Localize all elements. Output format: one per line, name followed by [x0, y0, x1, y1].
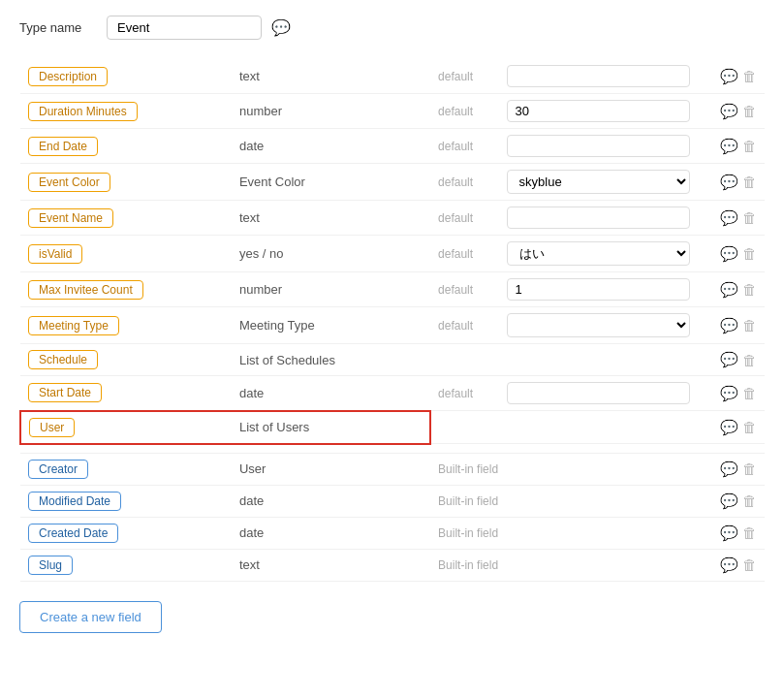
action-icons: 💬🗑: [706, 281, 757, 299]
create-field-section: Create a new field: [19, 582, 765, 633]
comment-icon[interactable]: 💬: [720, 174, 738, 191]
builtin-field-name-tag: Modified Date: [28, 492, 121, 511]
type-name-comment-icon[interactable]: 💬: [271, 18, 291, 37]
comment-icon[interactable]: 💬: [720, 419, 738, 436]
comment-icon[interactable]: 💬: [720, 103, 738, 120]
comment-icon[interactable]: 💬: [720, 461, 738, 478]
field-type: text: [232, 59, 430, 94]
action-icons: 💬🗑: [706, 461, 757, 478]
separator-row: [20, 444, 765, 454]
field-type: number: [232, 272, 430, 307]
field-name-tag: Duration Minutes: [28, 102, 138, 121]
comment-icon[interactable]: 💬: [720, 556, 738, 574]
action-icons: 💬🗑: [706, 556, 757, 574]
table-row: Meeting TypeMeeting Typedefault💬🗑: [20, 307, 765, 344]
comment-icon[interactable]: 💬: [720, 524, 738, 542]
builtin-label: Built-in field: [430, 485, 698, 517]
table-row: Event ColorEvent Colordefaultskyblueredg…: [20, 164, 765, 201]
default-value-input[interactable]: [507, 65, 690, 87]
delete-icon[interactable]: 🗑: [742, 174, 757, 190]
default-value-select[interactable]: skyblueredgreenblueyellow: [507, 170, 690, 194]
field-name-tag: End Date: [28, 137, 98, 156]
field-name-tag: Description: [28, 67, 108, 86]
comment-icon[interactable]: 💬: [720, 281, 738, 299]
comment-icon[interactable]: 💬: [720, 385, 738, 402]
table-row: ScheduleList of Schedules💬🗑: [20, 344, 765, 376]
table-row: End Datedatedefault💬🗑: [20, 129, 765, 164]
default-value-select[interactable]: はいいいえ: [507, 241, 690, 266]
default-value-input[interactable]: [507, 100, 690, 122]
field-name-tag: isValid: [28, 244, 82, 264]
comment-icon[interactable]: 💬: [720, 138, 738, 155]
field-type: date: [232, 376, 430, 411]
table-row: Max Invitee Countnumberdefault💬🗑: [20, 272, 765, 307]
action-icons: 💬🗑: [706, 138, 757, 155]
action-icons: 💬🗑: [706, 317, 757, 334]
table-row: UserList of Users💬🗑: [20, 411, 765, 444]
field-name-tag: Max Invitee Count: [28, 280, 143, 300]
field-name-tag: Start Date: [28, 383, 102, 402]
action-icons: 💬🗑: [706, 385, 757, 402]
type-name-label: Type name: [19, 20, 97, 35]
builtin-field-type: User: [232, 453, 430, 485]
table-row: Modified DatedateBuilt-in field💬🗑: [20, 485, 765, 517]
field-name-tag: Event Name: [28, 208, 113, 228]
field-type: Meeting Type: [232, 307, 430, 344]
default-value-input[interactable]: [507, 135, 690, 157]
builtin-field-type: date: [232, 485, 430, 517]
table-row: Descriptiontextdefault💬🗑: [20, 59, 765, 94]
field-name-tag: User: [29, 418, 75, 437]
delete-icon[interactable]: 🗑: [742, 352, 757, 368]
comment-icon[interactable]: 💬: [720, 351, 738, 368]
builtin-label: Built-in field: [430, 517, 698, 549]
fields-table: Descriptiontextdefault💬🗑Duration Minutes…: [19, 59, 765, 582]
delete-icon[interactable]: 🗑: [742, 68, 757, 84]
builtin-field-name-tag: Slug: [28, 556, 73, 575]
delete-icon[interactable]: 🗑: [742, 138, 757, 154]
delete-icon[interactable]: 🗑: [742, 245, 757, 262]
delete-icon[interactable]: 🗑: [742, 419, 757, 435]
builtin-field-name-tag: Created Date: [28, 524, 118, 543]
field-type: Event Color: [232, 164, 430, 201]
builtin-label: Built-in field: [430, 453, 698, 485]
builtin-field-type: text: [232, 549, 430, 581]
default-value-input[interactable]: [507, 278, 690, 301]
action-icons: 💬🗑: [706, 351, 757, 368]
default-value-select[interactable]: [507, 313, 690, 337]
field-type: date: [232, 129, 430, 164]
delete-icon[interactable]: 🗑: [742, 103, 757, 119]
field-type: text: [232, 201, 430, 236]
field-type: List of Schedules: [232, 344, 430, 376]
action-icons: 💬🗑: [706, 524, 757, 542]
builtin-label: Built-in field: [430, 549, 698, 581]
delete-icon[interactable]: 🗑: [742, 556, 757, 573]
builtin-field-name-tag: Creator: [28, 460, 88, 479]
comment-icon[interactable]: 💬: [720, 317, 738, 334]
create-field-button[interactable]: Create a new field: [19, 601, 162, 633]
action-icons: 💬🗑: [706, 419, 757, 436]
builtin-field-type: date: [232, 517, 430, 549]
action-icons: 💬🗑: [706, 174, 757, 191]
comment-icon[interactable]: 💬: [720, 68, 738, 85]
comment-icon[interactable]: 💬: [720, 209, 738, 227]
delete-icon[interactable]: 🗑: [742, 492, 757, 509]
comment-icon[interactable]: 💬: [720, 492, 738, 510]
delete-icon[interactable]: 🗑: [742, 461, 757, 477]
table-row: SlugtextBuilt-in field💬🗑: [20, 549, 765, 581]
table-row: Start Datedatedefault💬🗑: [20, 376, 765, 411]
table-row: isValidyes / nodefaultはいいいえ💬🗑: [20, 236, 765, 272]
table-row: Event Nametextdefault💬🗑: [20, 201, 765, 236]
comment-icon[interactable]: 💬: [720, 245, 738, 263]
delete-icon[interactable]: 🗑: [742, 385, 757, 401]
default-value-input[interactable]: [507, 207, 690, 229]
action-icons: 💬🗑: [706, 68, 757, 85]
delete-icon[interactable]: 🗑: [742, 524, 757, 541]
action-icons: 💬🗑: [706, 103, 757, 120]
delete-icon[interactable]: 🗑: [742, 209, 757, 226]
action-icons: 💬🗑: [706, 492, 757, 510]
default-value-input[interactable]: [507, 382, 690, 404]
type-name-input[interactable]: [107, 16, 262, 40]
table-row: Created DatedateBuilt-in field💬🗑: [20, 517, 765, 549]
delete-icon[interactable]: 🗑: [742, 281, 757, 298]
delete-icon[interactable]: 🗑: [742, 317, 757, 334]
